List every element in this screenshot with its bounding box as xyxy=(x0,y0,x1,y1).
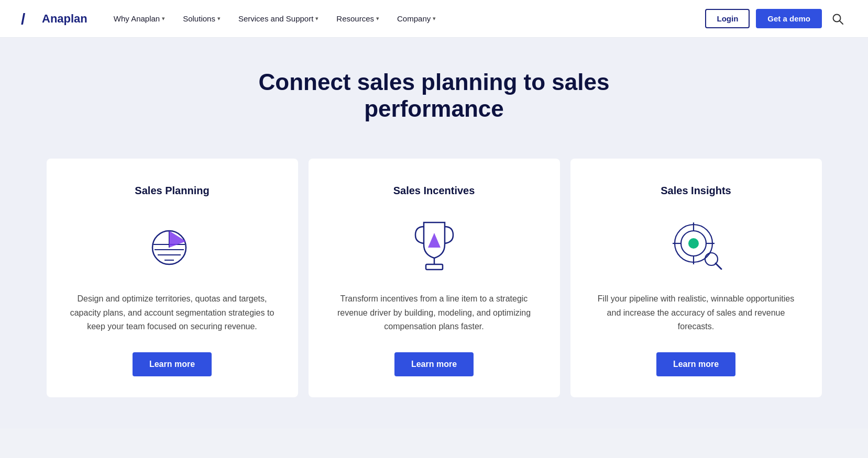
logo-text: Anaplan xyxy=(42,12,87,26)
card-desc-sales-planning: Design and optimize territories, quotas … xyxy=(68,292,277,333)
chevron-down-icon: ▾ xyxy=(162,15,165,22)
nav-item-solutions[interactable]: Solutions ▾ xyxy=(175,10,228,27)
chevron-down-icon: ▾ xyxy=(315,15,318,22)
svg-marker-12 xyxy=(428,233,441,248)
hero-title: Connect sales planning to sales performa… xyxy=(199,69,670,122)
login-button[interactable]: Login xyxy=(705,9,750,28)
nav-item-why-anaplan[interactable]: Why Anaplan ▾ xyxy=(106,10,172,27)
learn-more-sales-planning[interactable]: Learn more xyxy=(133,352,212,376)
hero-section: Connect sales planning to sales performa… xyxy=(0,38,868,148)
nav-item-company[interactable]: Company ▾ xyxy=(390,10,443,27)
card-title-sales-incentives: Sales Incentives xyxy=(393,185,475,197)
cards-section: Sales Planning Design and optimize terri… xyxy=(0,148,868,429)
learn-more-sales-incentives[interactable]: Learn more xyxy=(394,352,474,376)
get-demo-button[interactable]: Get a demo xyxy=(756,9,822,28)
card-title-sales-insights: Sales Insights xyxy=(661,185,731,197)
nav-actions: Login Get a demo xyxy=(705,9,847,28)
nav-item-resources[interactable]: Resources ▾ xyxy=(329,10,387,27)
svg-text:/: / xyxy=(21,10,26,28)
card-desc-sales-insights: Fill your pipeline with realistic, winna… xyxy=(591,292,801,333)
chevron-down-icon: ▾ xyxy=(376,15,379,22)
chevron-down-icon: ▾ xyxy=(217,15,221,22)
svg-point-15 xyxy=(688,238,699,249)
card-title-sales-planning: Sales Planning xyxy=(135,185,209,197)
search-button[interactable] xyxy=(828,9,847,28)
svg-line-21 xyxy=(716,263,721,269)
svg-rect-11 xyxy=(426,264,443,270)
card-desc-sales-incentives: Transform incentives from a line item to… xyxy=(329,292,539,333)
card-sales-insights: Sales Insights Fill your pipeline with r… xyxy=(570,159,822,397)
nav-items: Why Anaplan ▾ Solutions ▾ Services and S… xyxy=(106,10,706,27)
navbar: / Anaplan Why Anaplan ▾ Solutions ▾ Serv… xyxy=(0,0,868,38)
sales-incentives-icon xyxy=(405,216,463,273)
sales-planning-icon xyxy=(144,216,201,273)
learn-more-sales-insights[interactable]: Learn more xyxy=(656,352,735,376)
logo[interactable]: / Anaplan xyxy=(21,10,87,28)
card-sales-incentives: Sales Incentives Transform incentives fr… xyxy=(309,159,560,397)
chevron-down-icon: ▾ xyxy=(433,15,436,22)
nav-item-services-support[interactable]: Services and Support ▾ xyxy=(231,10,326,27)
svg-line-2 xyxy=(840,21,843,24)
card-sales-planning: Sales Planning Design and optimize terri… xyxy=(47,159,298,397)
logo-icon: / xyxy=(21,10,39,28)
sales-insights-icon xyxy=(667,216,725,273)
